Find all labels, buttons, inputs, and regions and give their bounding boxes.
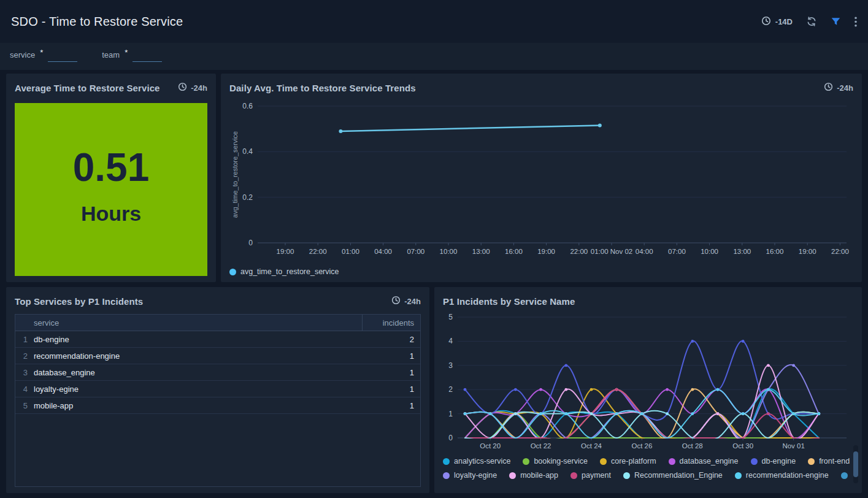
row-rank: 2 [15, 351, 34, 361]
incidents-table: service incidents 1db-engine22recommenda… [15, 314, 421, 487]
svg-text:19:00: 19:00 [277, 248, 294, 255]
column-header-service[interactable]: service [34, 318, 362, 328]
svg-text:Oct 20: Oct 20 [480, 442, 501, 450]
legend-dot-icon [808, 458, 815, 465]
required-marker: * [40, 48, 43, 62]
table-row[interactable]: 5mobile-app1 [15, 397, 420, 414]
svg-text:5: 5 [448, 313, 453, 321]
legend-item[interactable]: recommendation-engine [735, 471, 829, 480]
svg-text:04:00: 04:00 [636, 248, 653, 255]
legend-item[interactable]: db-engine [751, 457, 796, 465]
legend-item[interactable]: Recommendation_Engine [623, 471, 723, 480]
svg-text:Nov 01: Nov 01 [782, 442, 804, 450]
svg-text:19:00: 19:00 [799, 248, 816, 255]
filter-label-service: service [10, 50, 35, 62]
svg-text:01:00 Nov 02: 01:00 Nov 02 [591, 248, 632, 255]
dashboard-time-range-button[interactable]: -14D [761, 16, 793, 28]
legend-label: booking-service [534, 457, 588, 465]
svg-text:1: 1 [448, 410, 453, 418]
legend-dot-icon [509, 472, 516, 479]
legend-item[interactable]: booking-service [523, 457, 588, 465]
legend-item[interactable]: analytics-service [443, 457, 510, 465]
clock-icon [761, 16, 771, 28]
panel-time-badge[interactable]: -24h [391, 296, 421, 307]
legend-dot-icon [841, 472, 848, 479]
legend-dot-icon [443, 472, 450, 479]
legend-dot-icon [735, 472, 742, 479]
panel-title: Average Time to Restore Service [15, 83, 160, 93]
svg-text:13:00: 13:00 [472, 248, 490, 255]
legend-dot-icon [600, 458, 607, 465]
legend-item[interactable]: avg_time_to_restore_service [229, 267, 339, 276]
table-header-row: service incidents [15, 315, 420, 331]
clock-icon [178, 82, 187, 93]
filter-button[interactable] [831, 17, 841, 26]
refresh-button[interactable] [806, 16, 817, 27]
legend-dot-icon [570, 472, 577, 479]
panel-title: Top Services by P1 Incidents [15, 296, 143, 307]
legend-item[interactable]: core-platform [600, 457, 656, 465]
row-incidents: 1 [362, 401, 420, 410]
svg-text:22:00: 22:00 [309, 248, 327, 255]
panel-daily-avg-trends: Daily Avg. Time to Restore Service Trend… [221, 74, 862, 282]
dashboard-body: Average Time to Restore Service -24h 0.5… [0, 70, 868, 498]
svg-text:01:00: 01:00 [342, 248, 359, 255]
page-title: SDO - Time to Restore Service [11, 15, 183, 29]
panel-time-badge[interactable]: -24h [824, 82, 853, 93]
legend-label: payment [582, 471, 611, 480]
row-service: loyalty-egine [34, 385, 362, 394]
svg-text:07:00: 07:00 [668, 248, 686, 255]
legend-dot-icon [669, 458, 675, 465]
svg-text:Oct 22: Oct 22 [531, 442, 551, 450]
top-bar: SDO - Time to Restore Service -14D [0, 0, 868, 43]
panel-average-time-to-restore: Average Time to Restore Service -24h 0.5… [6, 74, 216, 282]
legend-label: loyalty-egine [454, 471, 497, 480]
legend-item-partial[interactable] [841, 472, 848, 479]
svg-text:22:00: 22:00 [831, 248, 849, 255]
row-incidents: 1 [362, 368, 420, 377]
kebab-menu-button[interactable] [855, 17, 857, 27]
table-row[interactable]: 4loyalty-egine1 [15, 381, 420, 397]
single-value-tile[interactable]: 0.51 Hours [15, 103, 207, 276]
legend-item[interactable]: front-end [808, 457, 850, 465]
clock-icon [391, 296, 401, 307]
svg-text:22:00: 22:00 [570, 248, 588, 255]
row-service: db-engine [34, 335, 362, 344]
team-filter-input[interactable] [133, 48, 162, 62]
legend-label: front-end [819, 457, 850, 465]
legend-item[interactable]: loyalty-egine [443, 471, 497, 480]
filter-field-team: team * [102, 48, 162, 62]
svg-text:10:00: 10:00 [440, 248, 458, 255]
legend-label: mobile-app [520, 471, 558, 480]
p1-incidents-line-chart[interactable]: 543210Oct 20Oct 22Oct 24Oct 26Oct 28Oct … [443, 309, 851, 451]
svg-text:Oct 30: Oct 30 [732, 442, 753, 450]
svg-text:04:00: 04:00 [374, 248, 392, 255]
column-header-incidents[interactable]: incidents [362, 315, 420, 331]
panel-time-badge[interactable]: -24h [178, 82, 207, 93]
legend-item[interactable]: database_engine [669, 457, 739, 465]
table-row[interactable]: 3database_engine1 [15, 364, 420, 381]
row-service: mobile-app [34, 401, 362, 410]
required-marker: * [125, 48, 128, 62]
legend-item[interactable]: mobile-app [509, 471, 558, 480]
table-row[interactable]: 2recommendation-engine1 [15, 348, 420, 364]
time-range-label: -14D [775, 17, 793, 26]
legend-item[interactable]: payment [570, 471, 611, 480]
row-incidents: 2 [362, 335, 420, 344]
trends-line-chart[interactable]: 0.60.40.20avg_time_to_restore_service19:… [229, 96, 851, 259]
svg-text:3: 3 [448, 361, 453, 370]
panel-top-services: Top Services by P1 Incidents -24h servic… [6, 287, 429, 493]
svg-text:2: 2 [448, 385, 453, 394]
legend-scrollbar-thumb[interactable] [853, 451, 858, 477]
table-row[interactable]: 1db-engine2 [15, 331, 420, 348]
svg-text:0.2: 0.2 [242, 193, 253, 202]
service-filter-input[interactable] [48, 48, 77, 62]
row-rank: 5 [15, 401, 34, 410]
svg-text:0.6: 0.6 [242, 102, 253, 110]
row-incidents: 1 [362, 351, 420, 361]
svg-text:Oct 28: Oct 28 [682, 442, 703, 450]
svg-text:0: 0 [448, 434, 453, 442]
svg-text:16:00: 16:00 [766, 248, 784, 255]
metric-value: 0.51 [73, 148, 150, 187]
filter-bar: service * team * [0, 43, 868, 70]
